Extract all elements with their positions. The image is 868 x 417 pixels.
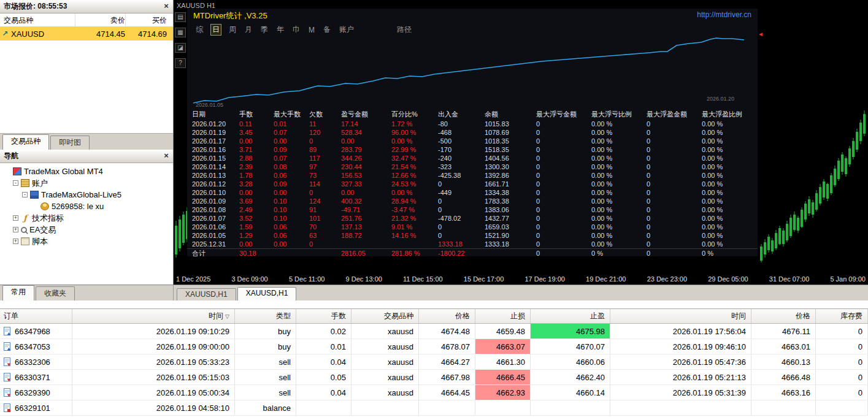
stats-cell: 0.00 %	[591, 171, 647, 180]
stats-cell: 0.00 %	[591, 120, 647, 128]
close-icon[interactable]: ×	[161, 2, 171, 11]
orders-header-3[interactable]: 手数	[296, 309, 351, 323]
tree-item[interactable]: +EA交易	[1, 224, 173, 235]
chart-window[interactable]: XAUUSD H1 ▤▦◪? ◄ MTDriver统计 ,V3.25 http:…	[174, 0, 868, 285]
order-row[interactable]: 663470532026.01.19 09:00:00buy0.01xauusd…	[0, 339, 868, 354]
chart-panel-icon[interactable]: ▤	[175, 12, 186, 22]
order-id: 66330371	[15, 373, 50, 382]
expand-box-icon[interactable]: +	[13, 227, 18, 232]
order-row[interactable]: 663303712026.01.19 05:15:03sell0.05xauus…	[0, 370, 868, 385]
tree-item[interactable]: -TradeMaxGlobal-Live5	[1, 189, 173, 201]
orders-header-9[interactable]: 价格	[751, 309, 816, 323]
order-cell	[816, 400, 868, 415]
stats-menu-item[interactable]: 月	[244, 25, 253, 35]
stats-cell: 0.06	[274, 231, 309, 240]
stats-menu-item[interactable]: 账户	[338, 25, 355, 35]
order-row[interactable]: 663291012026.01.19 04:58:10balance	[0, 400, 868, 416]
stats-header-cell: 余额	[485, 109, 536, 120]
order-cell: 0.02	[296, 324, 351, 339]
orders-header-label: 止损	[510, 311, 525, 321]
stats-menu-item[interactable]: 年	[275, 25, 285, 35]
market-watch-tab-0[interactable]: 交易品种	[2, 134, 49, 150]
orders-header-label: 库存费	[840, 311, 862, 321]
stats-cell: 3.45	[239, 128, 274, 137]
stats-cell: 2026.01.19	[192, 128, 239, 137]
tree-item[interactable]: +ƒ技术指标	[1, 212, 173, 224]
expand-box-icon[interactable]: +	[13, 215, 18, 221]
chart-tab-1[interactable]: XAUUSD,H1	[237, 287, 297, 300]
stats-cell	[309, 249, 341, 256]
orders-header-7[interactable]: 止盈	[531, 309, 610, 323]
stats-cell: 120	[309, 128, 341, 137]
time-axis: 1 Dec 20253 Dec 09:005 Dec 11:009 Dec 13…	[174, 275, 868, 285]
stats-cell: 1018.35	[485, 137, 536, 145]
stats-cell: 0.00	[274, 240, 309, 248]
stats-cell: 2026.01.15	[192, 154, 239, 163]
orders-header-4[interactable]: 交易品种	[351, 309, 419, 323]
chart-tab-0[interactable]: XAUUSD,H1	[177, 288, 236, 300]
stats-menu-item[interactable]: 综	[194, 25, 204, 35]
order-cell: 4663.07	[475, 339, 531, 354]
stats-row: 2026.01.093.690.10124400.3228.94 %01783.…	[187, 197, 758, 205]
stats-cell: 21.54 %	[391, 163, 438, 171]
stats-cell: 528.34	[341, 128, 391, 137]
navigator-tab-1[interactable]: 收藏夹	[36, 286, 75, 300]
market-watch-tab-1[interactable]: 即时图	[50, 136, 90, 150]
collapse-box-icon[interactable]: -	[22, 192, 28, 197]
stats-panel-title: MTDriver统计 ,V3.25	[193, 10, 267, 21]
indicator-list-icon[interactable]: ◪	[175, 43, 186, 53]
order-cell: 0.05	[296, 370, 351, 384]
navigator-tab-0[interactable]: 常用	[2, 285, 34, 300]
orders-header-5[interactable]: 价格	[419, 309, 475, 323]
orders-header-label: 时间	[209, 311, 223, 321]
bottom-tab-strip: 常用收藏夹 XAUUSD,H1XAUUSD,H1	[0, 285, 868, 300]
indicator-icon: ƒ	[21, 214, 29, 222]
tree-item[interactable]: 5269858: le xu	[1, 201, 173, 212]
stats-cell: 0.00 %	[591, 240, 647, 248]
orders-header-label: 订单	[4, 311, 18, 321]
orders-header-2[interactable]: 类型	[235, 309, 296, 323]
order-cell: 0.01	[296, 339, 351, 354]
orders-header-0[interactable]: 订单	[0, 309, 72, 323]
stats-cell: 0.00 %	[591, 223, 647, 231]
orders-header-10[interactable]: 库存费	[816, 309, 868, 323]
orders-header-1[interactable]: 时间▽	[72, 309, 235, 323]
orders-header-8[interactable]: 时间	[610, 309, 751, 323]
stats-cell: 0	[536, 188, 591, 197]
symbol-row-xauusd[interactable]: ↗ XAUUSD 4714.45 4714.69	[0, 27, 173, 40]
tree-item[interactable]: -账户	[1, 177, 173, 189]
order-row[interactable]: 663293902026.01.19 05:00:34sell0.04xauus…	[0, 385, 868, 400]
stats-menu-item[interactable]: 周	[228, 25, 237, 35]
collapse-box-icon[interactable]: -	[13, 180, 18, 186]
orders-header-6[interactable]: 止损	[475, 309, 531, 323]
stats-menu-item[interactable]: M	[307, 26, 316, 34]
stats-cell: 1783.38	[485, 197, 536, 205]
column-ask[interactable]: 买价	[125, 13, 172, 26]
objects-icon[interactable]: ▦	[175, 28, 186, 37]
stats-menu-item[interactable]: 季	[259, 25, 269, 35]
tree-item[interactable]: TradeMax Global MT4	[1, 166, 173, 177]
column-symbol[interactable]: 交易品种	[0, 13, 75, 26]
order-row[interactable]: 663323062026.01.19 05:33:23sell0.04xauus…	[0, 354, 868, 370]
stats-cell: -80	[438, 120, 485, 128]
order-cell: 0	[816, 385, 868, 400]
close-icon[interactable]: ×	[161, 151, 171, 161]
stats-menu-item[interactable]: 路径	[396, 25, 413, 35]
time-axis-label: 29 Dec 05:00	[708, 275, 748, 285]
stats-menu-item[interactable]: 巾	[291, 25, 301, 35]
order-row[interactable]: 663479682026.01.19 09:10:29buy0.02xauusd…	[0, 324, 868, 339]
stats-panel-link[interactable]: http://mtdriver.cn	[697, 10, 751, 19]
stats-cell: 188.72	[341, 231, 391, 240]
tree-item[interactable]: +脚本	[1, 235, 173, 247]
orders-header-row: 订单时间▽类型手数交易品种价格止损止盈时间价格库存费	[0, 308, 868, 324]
expand-box-icon[interactable]: +	[13, 239, 18, 244]
column-bid[interactable]: 卖价	[75, 13, 125, 26]
stats-menu-item[interactable]: 备	[322, 25, 332, 35]
stats-cell: 0	[647, 197, 702, 205]
stats-row: 2026.01.163.710.0989283.7922.99 %-170151…	[187, 145, 758, 154]
order-cell: 4663.01	[751, 339, 816, 354]
help-icon[interactable]: ?	[175, 58, 186, 68]
stats-cell: -478.02	[438, 214, 485, 223]
order-id: 66347968	[15, 327, 50, 336]
stats-cell: 0.10	[274, 197, 309, 205]
